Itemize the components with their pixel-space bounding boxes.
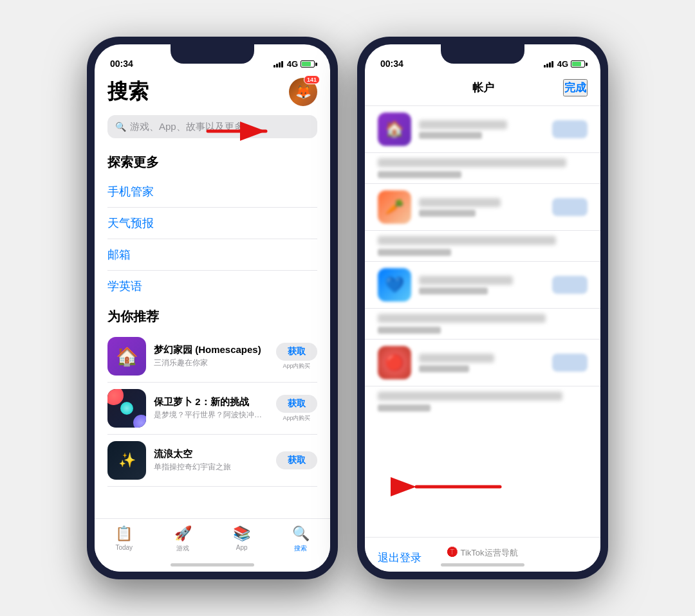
battery-left [301, 60, 315, 68]
app-item-1[interactable]: 保卫萝卜 2：新的挑战 是梦境？平行世界？阿波快冲出来吧！ 获取 App内购买 [107, 383, 317, 435]
in-app-label-1: App内购买 [283, 414, 310, 422]
acc-info-2 [419, 276, 544, 294]
app-item-2[interactable]: ✨ 流浪太空 单指操控奇幻宇宙之旅 获取 [107, 435, 317, 487]
explore-list: 手机管家 天气预报 邮箱 学英语 [95, 176, 330, 302]
search-icon: 🔍 [115, 122, 126, 132]
logout-button[interactable]: 退出登录 [378, 550, 422, 565]
get-button-1[interactable]: 获取 [276, 395, 317, 413]
left-phone: 00:34 4G 搜索 🦊 141 [87, 37, 338, 579]
time-right: 00:34 [380, 59, 403, 69]
search-header: 搜索 🦊 141 [95, 73, 330, 113]
notch [171, 44, 254, 64]
today-icon: 📋 [115, 525, 133, 542]
acc-app-icon-3: 🔴 [378, 346, 411, 379]
blurred-section-2 [365, 231, 600, 262]
app-name-2: 流浪太空 [154, 448, 268, 460]
watermark-text: TikTok运营导航 [460, 547, 517, 559]
network-right: 4G [557, 59, 568, 69]
account-header: 帐户 完成 [365, 73, 600, 106]
acc-desc-blur-1 [419, 210, 476, 217]
games-icon: 🚀 [174, 525, 192, 542]
home-indicator-right [441, 563, 524, 566]
acc-info-3 [419, 354, 544, 372]
acc-desc-blur-0 [419, 132, 482, 139]
app-icon-homescapes: 🏠 [107, 337, 146, 376]
network-left: 4G [287, 59, 298, 69]
account-list: 🏠 🥕 [365, 106, 600, 537]
explore-item-0[interactable]: 手机管家 [107, 176, 317, 208]
account-app-item-0: 🏠 [365, 106, 600, 153]
account-app-item-1: 🥕 [365, 184, 600, 231]
acc-name-blur-3 [419, 354, 494, 363]
account-page: 帐户 完成 🏠 [365, 73, 600, 572]
get-button-wrap-0: 获取 App内购买 [276, 343, 317, 370]
app-icon-baoweiluo [107, 389, 146, 428]
tab-today[interactable]: 📋 Today [95, 525, 154, 551]
blurred-section-3 [365, 309, 600, 340]
get-button-wrap-2: 获取 [276, 451, 317, 469]
signal-left [273, 61, 283, 68]
done-button[interactable]: 完成 [563, 79, 588, 96]
blurred-section-1 [365, 153, 600, 184]
notch-right [441, 44, 524, 64]
notification-badge: 141 [304, 75, 320, 84]
page-title-left: 搜索 [107, 78, 149, 106]
signal-right [544, 61, 553, 68]
acc-info-0 [419, 120, 544, 139]
watermark-icon: 🅣 [447, 547, 458, 559]
get-button-wrap-1: 获取 App内购买 [276, 395, 317, 422]
search-tab-icon: 🔍 [292, 525, 310, 542]
get-button-2[interactable]: 获取 [276, 451, 317, 469]
tab-games-label: 游戏 [176, 544, 189, 553]
acc-badge-0 [552, 120, 588, 138]
search-page: 搜索 🦊 141 🔍 [95, 73, 330, 572]
acc-badge-1 [552, 198, 588, 216]
app-info-2: 流浪太空 单指操控奇幻宇宙之旅 [154, 448, 268, 473]
acc-badge-3 [552, 354, 588, 372]
explore-item-3[interactable]: 学英语 [107, 271, 317, 302]
app-name-1: 保卫萝卜 2：新的挑战 [154, 396, 268, 408]
acc-info-1 [419, 198, 544, 217]
account-app-item-2: 💙 [365, 262, 600, 309]
acc-name-blur-1 [419, 198, 501, 207]
acc-app-icon-1: 🥕 [378, 190, 411, 224]
status-icons-left: 4G [273, 59, 315, 69]
app-desc-0: 三消乐趣在你家 [154, 358, 268, 368]
tab-apps[interactable]: 📚 App [212, 525, 272, 551]
tab-today-label: Today [115, 544, 133, 551]
arrow-svg-left [201, 118, 279, 144]
acc-badge-2 [552, 276, 588, 294]
red-arrow-right [403, 474, 506, 502]
app-icon-liulang: ✨ [107, 441, 146, 480]
recommendations-list: 🏠 梦幻家园 (Homescapes) 三消乐趣在你家 获取 App内购买 [95, 331, 330, 518]
account-app-item-3: 🔴 [365, 340, 600, 386]
apps-icon: 📚 [233, 525, 250, 542]
status-icons-right: 4G [544, 59, 585, 69]
account-title: 帐户 [403, 80, 563, 95]
right-screen: 00:34 4G 帐户 完成 [365, 44, 600, 572]
app-name-0: 梦幻家园 (Homescapes) [154, 344, 268, 356]
app-item-0[interactable]: 🏠 梦幻家园 (Homescapes) 三消乐趣在你家 获取 App内购买 [107, 331, 317, 383]
right-phone: 00:34 4G 帐户 完成 [357, 37, 608, 579]
watermark: 🅣 TikTok运营导航 [447, 547, 517, 559]
acc-desc-blur-3 [419, 365, 469, 372]
get-button-0[interactable]: 获取 [276, 343, 317, 361]
acc-app-icon-0: 🏠 [378, 113, 411, 146]
tab-search-label: 搜索 [294, 544, 307, 553]
left-screen: 00:34 4G 搜索 🦊 141 [95, 44, 330, 572]
app-desc-1: 是梦境？平行世界？阿波快冲出来吧！ [154, 410, 268, 421]
recommend-section-title: 为你推荐 [95, 302, 330, 331]
home-indicator-left [171, 563, 254, 566]
app-desc-2: 单指操控奇幻宇宙之旅 [154, 462, 268, 473]
tab-apps-label: App [236, 544, 248, 551]
tab-search[interactable]: 🔍 搜索 [272, 525, 331, 553]
app-info-0: 梦幻家园 (Homescapes) 三消乐趣在你家 [154, 344, 268, 368]
blurred-section-4 [365, 386, 600, 417]
acc-name-blur-2 [419, 276, 513, 285]
explore-item-1[interactable]: 天气预报 [107, 208, 317, 239]
in-app-label-0: App内购买 [283, 362, 310, 370]
avatar-container[interactable]: 🦊 141 [289, 78, 317, 106]
explore-item-2[interactable]: 邮箱 [107, 239, 317, 271]
tab-games[interactable]: 🚀 游戏 [154, 525, 213, 553]
acc-name-blur-0 [419, 120, 507, 129]
